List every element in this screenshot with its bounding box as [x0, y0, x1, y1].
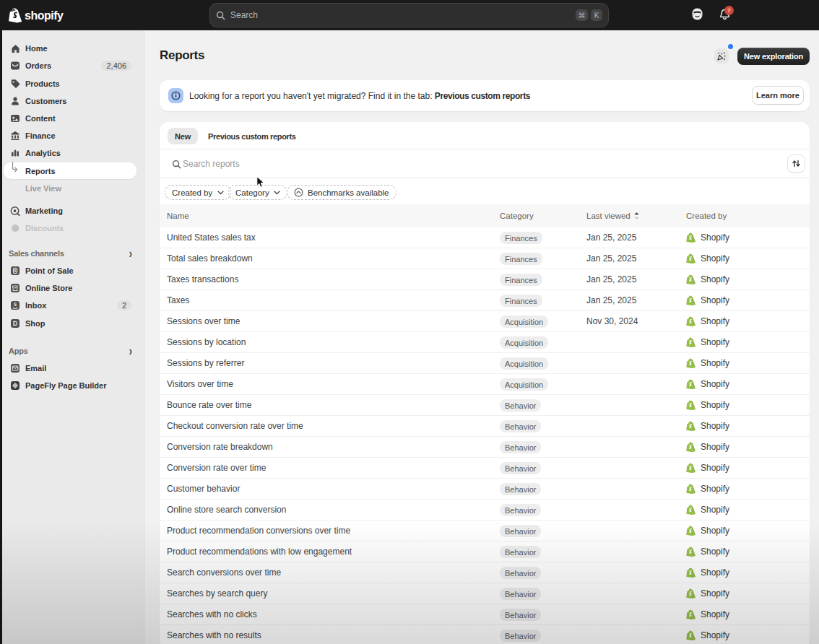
svg-text:S: S: [14, 302, 17, 307]
svg-text:$: $: [14, 269, 16, 273]
